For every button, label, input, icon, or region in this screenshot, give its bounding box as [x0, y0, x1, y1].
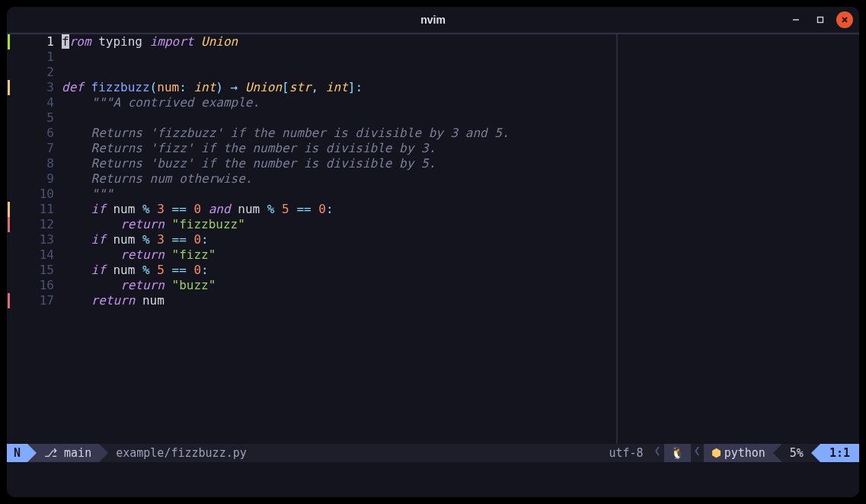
code-line: if num % 3 == 0 and num % 5 == 0:: [62, 202, 859, 217]
line-number: 7: [11, 141, 54, 156]
line-number: 4: [11, 95, 54, 110]
code-line: [62, 49, 859, 65]
code-line: Returns num otherwise.: [62, 171, 859, 187]
statusline-spacer: [254, 444, 602, 462]
cursor-position: 1:1: [820, 444, 859, 462]
file-path: example/fizzbuzz.py: [108, 444, 254, 462]
separator-icon: [27, 444, 37, 462]
separator-icon: [811, 444, 820, 462]
minimize-button[interactable]: [788, 11, 804, 28]
code-line: Returns 'buzz' if the number is divisibl…: [62, 156, 859, 171]
git-sign: [8, 293, 10, 308]
filetype: ⬢python: [704, 444, 773, 462]
line-number: 10: [11, 187, 54, 202]
line-number-current: 1: [11, 34, 54, 49]
line-number: 16: [11, 278, 54, 293]
svg-rect-1: [818, 18, 823, 23]
line-number: 3: [11, 80, 54, 95]
mode-indicator: N: [7, 444, 27, 462]
code-line: return "fizz": [62, 247, 859, 263]
code-line: return "fizzbuzz": [62, 217, 859, 232]
encoding: utf-8: [601, 444, 650, 462]
code-line: [62, 65, 859, 80]
line-number: 12: [11, 217, 54, 232]
git-sign: [8, 80, 10, 95]
python-icon: ⬢: [711, 446, 721, 460]
window-controls: [788, 11, 853, 28]
line-number: 6: [11, 126, 54, 141]
linux-icon: 🐧: [670, 446, 685, 460]
maximize-button[interactable]: [812, 11, 829, 28]
line-number: 11: [11, 202, 54, 217]
line-number: 1: [11, 49, 54, 65]
git-sign: [8, 34, 10, 49]
line-number: 17: [11, 293, 54, 308]
git-sign: [8, 202, 10, 217]
line-number: 14: [11, 247, 54, 263]
terminal-window: nvim: [7, 7, 859, 497]
window-title: nvim: [420, 14, 446, 26]
code-line: """A contrived example.: [62, 95, 859, 110]
code-buffer[interactable]: from typing import Union def fizzbuzz(nu…: [62, 34, 859, 444]
code-line: if num % 3 == 0:: [62, 232, 859, 247]
git-sign: [8, 217, 10, 232]
code-line: Returns 'fizzbuzz' if the number is divi…: [62, 126, 859, 141]
editor-area[interactable]: 1 1 2 3 4 5 6 7 8 9 10 11 12 13 14 15 16…: [7, 33, 859, 444]
code-line: if num % 5 == 0:: [62, 263, 859, 278]
angle-separator-icon: ❮: [651, 444, 664, 462]
scroll-percent: 5%: [782, 444, 811, 462]
code-line: return "buzz": [62, 278, 859, 293]
code-line: return num: [62, 293, 859, 308]
code-line: from typing import Union: [62, 34, 859, 49]
branch-icon: ⎇: [44, 446, 57, 460]
code-line: """: [62, 187, 859, 202]
code-line: Returns 'fizz' if the number is divisibl…: [62, 141, 859, 156]
separator-icon: [99, 444, 108, 462]
line-number: 9: [11, 171, 54, 187]
git-branch: ⎇ main: [37, 444, 99, 462]
code-line: def fizzbuzz(num: int) → Union[str, int]…: [62, 80, 859, 95]
line-number: 13: [11, 232, 54, 247]
status-line: N ⎇ main example/fizzbuzz.py utf-8 ❮ 🐧 ❮…: [7, 444, 859, 462]
angle-separator-icon: ❮: [691, 444, 704, 462]
cursor: f: [62, 34, 69, 49]
line-number-gutter: 1 1 2 3 4 5 6 7 8 9 10 11 12 13 14 15 16…: [11, 34, 62, 444]
code-line: [62, 110, 859, 126]
line-number: 15: [11, 263, 54, 278]
titlebar[interactable]: nvim: [7, 7, 859, 33]
line-number: 5: [11, 110, 54, 126]
close-button[interactable]: [836, 11, 853, 28]
line-number: 2: [11, 65, 54, 80]
line-number: 8: [11, 156, 54, 171]
command-line[interactable]: [7, 462, 859, 493]
separator-icon: [773, 444, 782, 462]
os-indicator: 🐧: [664, 444, 691, 462]
